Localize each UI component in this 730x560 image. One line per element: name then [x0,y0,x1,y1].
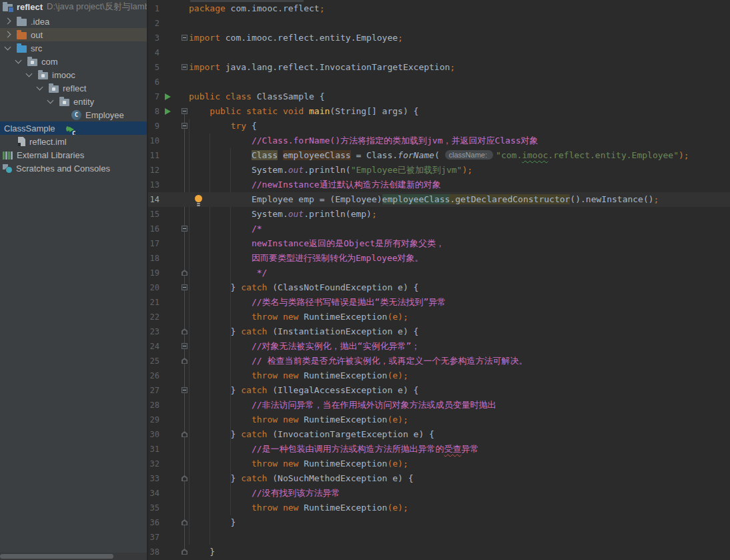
line-number[interactable]: 27 [148,383,159,398]
fold-collapse-icon[interactable] [181,284,188,290]
code-line-30[interactable]: 30 } catch (InvocationTargetException e)… [148,427,730,442]
line-number[interactable]: 11 [148,148,159,163]
code-line-2[interactable]: 2 [148,16,730,31]
code-line-22[interactable]: 22 throw new RuntimeException(e); [148,310,730,324]
line-number[interactable]: 10 [148,133,159,148]
run-button-icon[interactable] [165,93,171,100]
fold-collapse-icon[interactable] [181,108,188,114]
code-line-17[interactable]: 17 newInstance返回的是Object是所有对象父类， [148,236,730,251]
line-number[interactable]: 17 [148,236,159,251]
tree-item-classsample[interactable]: ClassSample [0,121,147,135]
tree-item-reflect-iml[interactable]: reflect.iml [0,135,147,148]
line-number[interactable]: 15 [148,207,159,222]
fold-end-icon[interactable] [181,270,188,276]
code-line-14[interactable]: 14 Employee emp = (Employee)employeeClas… [148,192,730,207]
fold-end-icon[interactable] [181,431,188,437]
code-line-13[interactable]: 13 //newInstance通过默认构造方法创建新的对象 [148,178,730,192]
chevron-right-icon[interactable] [5,31,11,37]
code-line-4[interactable]: 4 [148,45,730,60]
chevron-down-icon[interactable] [37,83,43,90]
code-line-32[interactable]: 32 throw new RuntimeException(e); [148,457,730,471]
line-number[interactable]: 8 [148,104,159,119]
code-line-11[interactable]: 11 Class employeeClass = Class.forName( … [148,148,730,163]
tree-item-imooc[interactable]: imooc [0,68,147,81]
line-number[interactable]: 14 [148,192,159,207]
line-number[interactable]: 19 [148,266,159,280]
code-line-31[interactable]: 31 //是一种包装由调用方法或构造方法所抛出异常的受查异常 [148,442,730,457]
fold-end-icon[interactable] [181,519,188,525]
fold-collapse-icon[interactable] [181,387,188,393]
tree-item-employee[interactable]: Employee [0,108,147,121]
code-line-9[interactable]: 9 try { [148,119,730,133]
code-line-19[interactable]: 19 */ [148,266,730,280]
code-line-8[interactable]: 8 public static void main(String[] args)… [148,104,730,119]
line-number[interactable]: 18 [148,251,159,266]
code-line-26[interactable]: 26 throw new RuntimeException(e); [148,368,730,383]
code-line-16[interactable]: 16 /* [148,222,730,236]
fold-end-icon[interactable] [181,549,188,555]
line-number[interactable]: 25 [148,354,159,368]
run-button-icon[interactable] [165,108,171,115]
tree-item-project-root[interactable]: reflect D:\java project\反射与lamb [0,0,147,13]
line-number[interactable]: 21 [148,295,159,310]
line-number[interactable]: 36 [148,515,159,530]
fold-collapse-icon[interactable] [181,123,188,129]
code-line-18[interactable]: 18 因而要类型进行强制转化为Employee对象。 [148,251,730,266]
line-number[interactable]: 23 [148,324,159,339]
line-number[interactable]: 16 [148,222,159,236]
fold-collapse-icon[interactable] [181,343,188,349]
chevron-right-icon[interactable] [5,17,11,24]
code-line-34[interactable]: 34 //没有找到该方法异常 [148,486,730,501]
code-line-3[interactable]: 3import com.imooc.reflect.entity.Employe… [148,31,730,45]
line-number[interactable]: 37 [148,530,159,545]
fold-end-icon[interactable] [181,328,188,334]
line-number[interactable]: 32 [148,457,159,471]
code-line-15[interactable]: 15 System.out.println(emp); [148,207,730,222]
tree-item-idea[interactable]: .idea [0,15,147,28]
fold-collapse-icon[interactable] [181,35,188,41]
line-number[interactable]: 5 [148,60,159,75]
horizontal-scrollbar[interactable] [0,553,147,560]
fold-end-icon[interactable] [181,358,188,364]
code-line-10[interactable]: 10 //Class.forName()方法将指定的类加载到jvm，并返回对应C… [148,133,730,148]
code-line-24[interactable]: 24 //对象无法被实例化，抛出“实例化异常”； [148,339,730,354]
line-number[interactable]: 30 [148,427,159,442]
line-number[interactable]: 6 [148,75,159,89]
code-line-6[interactable]: 6 [148,75,730,89]
code-line-25[interactable]: 25 // 检查当前类是否允许被实例化，或再定义一个无参构造方法可解决。 [148,354,730,368]
line-number[interactable]: 28 [148,398,159,412]
line-number[interactable]: 24 [148,339,159,354]
line-number[interactable]: 9 [148,119,159,133]
code-line-20[interactable]: 20 } catch (ClassNotFoundException e) { [148,280,730,295]
fold-collapse-icon[interactable] [181,226,188,232]
line-number[interactable]: 38 [148,545,159,559]
line-number[interactable]: 22 [148,310,159,324]
chevron-down-icon[interactable] [47,97,54,103]
code-line-27[interactable]: 27 } catch (IllegalAccessException e) { [148,383,730,398]
line-number[interactable]: 35 [148,501,159,515]
line-number[interactable]: 31 [148,442,159,457]
fold-end-icon[interactable] [181,475,188,481]
line-number[interactable]: 12 [148,163,159,178]
tree-item-out[interactable]: out [0,28,147,41]
line-number[interactable]: 26 [148,368,159,383]
line-number[interactable]: 13 [148,178,159,192]
tree-item-entity[interactable]: entity [0,95,147,108]
chevron-down-icon[interactable] [15,57,22,63]
line-number[interactable]: 1 [148,1,159,16]
tree-item-scratches-and-consoles[interactable]: Scratches and Consoles [0,162,147,175]
scrollbar-thumb[interactable] [0,554,113,559]
tree-item-external-libraries[interactable]: External Libraries [0,148,147,162]
tree-item-reflect[interactable]: reflect [0,81,147,95]
code-line-35[interactable]: 35 throw new RuntimeException(e); [148,501,730,515]
fold-collapse-icon[interactable] [181,64,188,70]
line-number[interactable]: 20 [148,280,159,295]
intention-bulb-icon[interactable] [195,195,202,202]
code-line-38[interactable]: 38 } [148,545,730,559]
line-number[interactable]: 4 [148,45,159,60]
code-line-23[interactable]: 23 } catch (InstantiationException e) { [148,324,730,339]
chevron-down-icon[interactable] [5,43,11,50]
code-line-12[interactable]: 12 System.out.println("Employee已被加载到jvm"… [148,163,730,178]
code-line-37[interactable]: 37 [148,530,730,545]
line-number[interactable]: 2 [148,16,159,31]
